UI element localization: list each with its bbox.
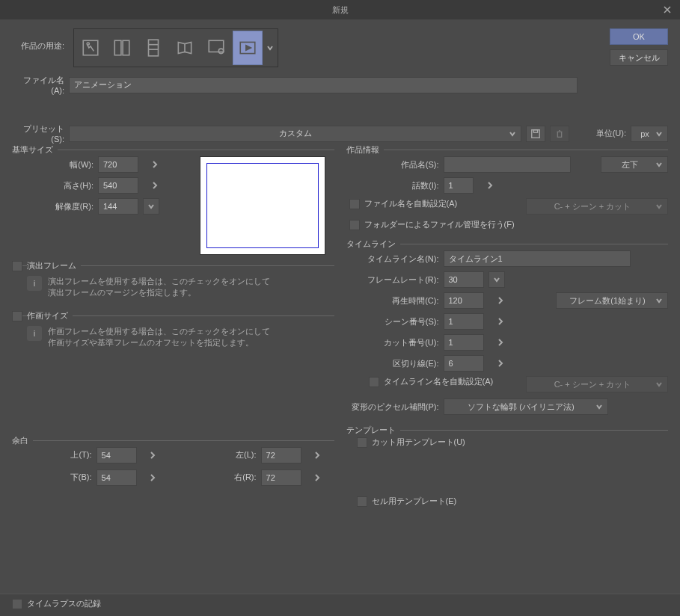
close-button[interactable] (661, 3, 674, 16)
draw-size-fieldset: 作画サイズ i 作画フレームを使用する場合は、このチェックをオンにして 作画サイ… (12, 315, 334, 358)
purpose-spread[interactable] (170, 31, 200, 65)
direction-frame-checkbox[interactable] (12, 261, 22, 271)
folder-manage-checkbox[interactable] (349, 220, 360, 230)
cut-input[interactable] (444, 334, 484, 351)
svg-rect-0 (83, 40, 98, 55)
resolution-dropdown[interactable] (143, 198, 159, 215)
direction-frame-fieldset: 演出フレーム i 演出フレームを使用する場合は、このチェックをオンにして 演出フ… (12, 265, 334, 308)
work-name-input[interactable] (444, 156, 571, 173)
size-fieldset: 基準サイズ 幅(W): 高さ(H): (12, 150, 334, 258)
purpose-print[interactable] (201, 31, 231, 65)
cancel-button[interactable]: キャンセル (610, 49, 668, 66)
purpose-animation[interactable] (233, 31, 263, 65)
purpose-comic[interactable] (107, 31, 137, 65)
filename-input[interactable] (69, 77, 578, 93)
info-icon: i (27, 326, 42, 341)
purpose-illustration[interactable] (76, 31, 105, 65)
svg-rect-3 (123, 40, 129, 55)
margin-right-stepper[interactable] (309, 469, 326, 486)
margin-left-stepper[interactable] (309, 447, 326, 463)
purpose-webtoon[interactable] (138, 31, 168, 65)
canvas-preview (200, 156, 325, 255)
margin-top-input[interactable] (97, 447, 137, 463)
auto-filename-pattern-select[interactable]: C- + シーン + カット (526, 198, 668, 215)
svg-rect-8 (209, 40, 224, 52)
scene-stepper[interactable] (491, 313, 509, 330)
scene-input[interactable] (444, 313, 484, 330)
episode-stepper[interactable] (481, 177, 499, 194)
svg-rect-2 (114, 40, 121, 55)
svg-point-9 (218, 49, 224, 54)
work-name-position-select[interactable]: 左下 (601, 156, 668, 173)
cel-template-checkbox[interactable] (357, 496, 367, 507)
svg-rect-4 (149, 40, 159, 56)
timelapse-checkbox[interactable] (12, 599, 22, 609)
draw-size-checkbox[interactable] (12, 311, 22, 321)
margin-left-input[interactable] (261, 447, 301, 463)
auto-timeline-name-checkbox[interactable] (369, 377, 379, 387)
dialog-title: 新規 (332, 4, 349, 16)
bottom-bar: タイムラプスの記録 (0, 594, 680, 616)
titlebar: 新規 (0, 0, 680, 19)
height-input[interactable] (98, 177, 138, 194)
interpolation-select[interactable]: ソフトな輪郭 (バイリニア法) (444, 398, 608, 415)
width-input[interactable] (98, 156, 138, 173)
unit-label: 単位(U): (596, 128, 626, 139)
unit-select[interactable]: px (631, 126, 668, 142)
framerate-input[interactable] (444, 271, 484, 288)
cut-stepper[interactable] (491, 334, 509, 351)
framerate-dropdown[interactable] (488, 271, 505, 288)
preset-select[interactable]: カスタム (69, 126, 521, 142)
template-fieldset: テンプレート カット用テンプレート(U) セル用テンプレート(E) (346, 430, 669, 513)
separator-input[interactable] (444, 355, 484, 372)
resolution-input[interactable] (98, 198, 138, 215)
preset-label: プリセット(S): (12, 123, 64, 144)
width-stepper[interactable] (146, 156, 164, 173)
episode-input[interactable] (444, 177, 474, 194)
margin-bottom-stepper[interactable] (144, 469, 162, 486)
svg-point-1 (87, 43, 89, 45)
auto-filename-checkbox[interactable] (349, 199, 360, 209)
svg-rect-12 (533, 129, 537, 132)
timeline-name-input[interactable] (444, 250, 631, 267)
ok-button[interactable]: OK (610, 28, 668, 45)
playtime-input[interactable] (444, 292, 484, 309)
margin-bottom-input[interactable] (97, 469, 137, 486)
svg-rect-11 (532, 129, 540, 138)
timeline-fieldset: タイムライン タイムライン名(N): フレームレート(R): 再生時間(C): (346, 244, 669, 422)
purpose-label: 作品の用途: (12, 28, 64, 52)
preset-save-button[interactable] (526, 126, 545, 142)
preset-delete-button[interactable] (550, 126, 569, 142)
margin-fieldset: 余白 上(T): 左(L): 下(B): (12, 440, 334, 489)
playtime-unit-select[interactable]: フレーム数(1始まり) (556, 292, 668, 309)
auto-timeline-pattern-select[interactable]: C- + シーン + カット (526, 376, 668, 392)
cut-template-checkbox[interactable] (357, 437, 367, 448)
filename-label: ファイル名(A): (12, 75, 64, 95)
info-icon: i (27, 276, 42, 291)
purpose-dropdown[interactable] (264, 31, 276, 65)
work-info-fieldset: 作品情報 作品名(S): 左下 話数(I): (346, 150, 669, 236)
margin-right-input[interactable] (261, 469, 301, 486)
height-stepper[interactable] (146, 177, 164, 194)
purpose-icon-bar (73, 28, 278, 67)
margin-top-stepper[interactable] (144, 447, 162, 463)
playtime-stepper[interactable] (491, 292, 509, 309)
separator-stepper[interactable] (491, 355, 509, 372)
